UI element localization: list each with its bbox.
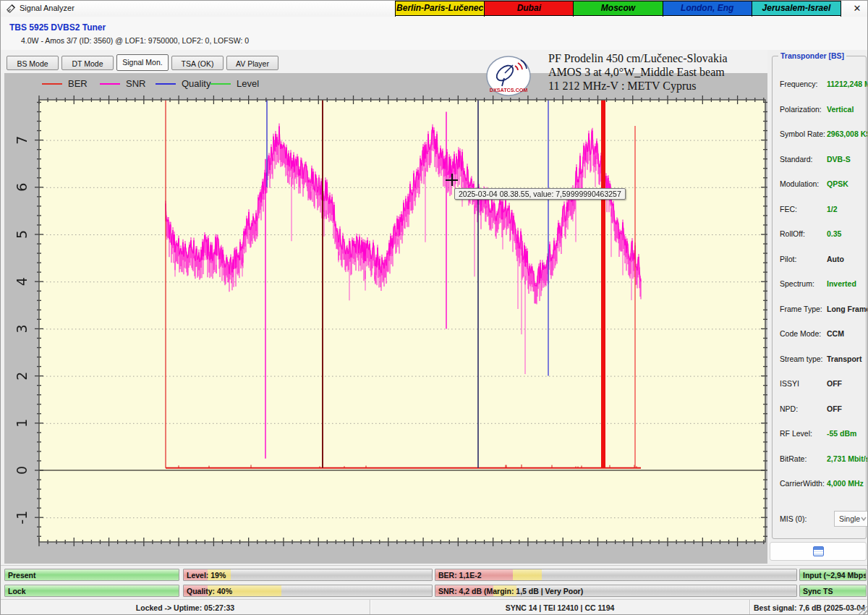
tab-av-player[interactable]: AV Player xyxy=(226,56,278,70)
window-title: Signal Analyzer xyxy=(20,4,75,12)
transponder-row-value: 2963,008 KS/s xyxy=(827,130,868,138)
transponder-row-label: Standard: xyxy=(780,155,813,164)
clock-city-name: Berlin-Paris-Lučenec xyxy=(396,1,485,15)
signal-analyzer-window: Signal Analyzer ✕ Berlin-Paris-LučenecDu… xyxy=(0,0,868,615)
transponder-row: NPD:OFF xyxy=(780,404,863,415)
legend-label: Level xyxy=(237,78,259,89)
clock-city-name: Moscow xyxy=(574,1,663,15)
legend-swatch xyxy=(42,83,62,85)
quality-bar: Quality: 40% xyxy=(183,585,433,597)
transponder-row-label: Polarization: xyxy=(780,105,822,114)
transponder-row-value: Auto xyxy=(827,255,844,263)
close-button[interactable]: ✕ xyxy=(848,2,866,15)
transponder-row-value: CCM xyxy=(827,329,844,338)
transponder-groupbox: Transponder [BS] Frequency:11212,248 MHz… xyxy=(772,56,867,539)
transponder-row-value: 11212,248 MHz xyxy=(827,80,868,88)
clock-city-name: Dubai xyxy=(485,1,574,15)
transponder-row: RF Level:-55 dBm xyxy=(780,429,863,439)
transponder-row: Spectrum:Inverted xyxy=(780,279,863,289)
chevron-down-icon xyxy=(861,517,867,521)
legend-item-snr: SNR xyxy=(100,73,154,95)
transponder-row-label: Frame Type: xyxy=(780,305,822,313)
transponder-row-label: CarrierWidth: xyxy=(780,479,825,488)
transponder-row-value: DVB-S xyxy=(827,155,851,164)
present-indicator-label: Present xyxy=(8,571,36,580)
transponder-row-value: Vertical xyxy=(827,105,854,114)
transponder-row-label: RollOff: xyxy=(780,229,805,238)
transponder-row: Stream type:Transport xyxy=(780,355,863,365)
tab-signal-mon-[interactable]: Signal Mon. xyxy=(116,54,169,71)
lock-indicator: Lock xyxy=(4,585,179,597)
ber-bar-label: BER: 1,1E-2 xyxy=(438,571,482,580)
transponder-row-value: 0.35 xyxy=(827,229,841,238)
transponder-row-value: OFF xyxy=(827,404,842,413)
dxsatcs-logo: DXSATCS.COM xyxy=(486,56,531,96)
legend-swatch xyxy=(210,83,231,85)
resize-grip[interactable] xyxy=(859,606,867,615)
transponder-row: CarrierWidth:4,000 MHz xyxy=(780,479,863,489)
legend-item-quality: Quality xyxy=(156,73,210,95)
tuner-details: 4.0W - Amos 3/7 (ID: 3560) @ LOF1: 97500… xyxy=(21,36,249,45)
mis-label: MIS (0): xyxy=(780,514,807,523)
caption-line-2: AMOS 3 at 4,0°W_Middle East beam xyxy=(548,65,780,79)
status-lock-uptime: Locked -> Uptime: 05:27:33 xyxy=(1,600,370,615)
transponder-row-label: Stream type: xyxy=(780,355,823,363)
mis-value: Single xyxy=(839,514,860,523)
tab-tsa-ok-[interactable]: TSA (OK) xyxy=(171,56,224,70)
input-indicator: Input (~2,94 Mbps) xyxy=(799,569,867,581)
transponder-row-label: BitRate: xyxy=(780,454,807,463)
transponder-row: Code Mode:CCM xyxy=(780,329,863,339)
tuner-name: TBS 5925 DVBS2 Tuner xyxy=(9,22,106,33)
legend-label: BER xyxy=(68,78,88,89)
sync-ts-indicator: Sync TS xyxy=(799,585,867,597)
transponder-row-label: NPD: xyxy=(780,404,798,413)
clock-city-name: Jerusalem-Israel xyxy=(752,1,841,15)
transponder-row-label: Frequency: xyxy=(780,80,818,88)
transponder-row-label: ISSYI xyxy=(780,379,799,388)
status-bar: Locked -> Uptime: 05:27:33 SYNC 14 | TEI… xyxy=(1,599,868,615)
transponder-row-value: Inverted xyxy=(827,279,856,288)
snr-bar-label: SNR: 4,2 dB (Margin: 1,5 dB | Very Poor) xyxy=(438,587,583,595)
transponder-row: FEC:1/2 xyxy=(780,205,863,215)
transponder-row-value: QPSK xyxy=(827,179,848,188)
level-bar: Level: 19% xyxy=(183,569,433,581)
stream-capture-button[interactable] xyxy=(770,542,867,561)
snr-bar: SNR: 4,2 dB (Margin: 1,5 dB | Very Poor) xyxy=(435,585,797,597)
feed-caption: PF Prodelin 450 cm/Lučenec-Slovakia AMOS… xyxy=(548,51,780,93)
transponder-row-label: Pilot: xyxy=(780,255,796,263)
legend-item-ber: BER xyxy=(42,73,96,95)
crosshair-cursor xyxy=(446,174,458,186)
clock-city-name: London, Eng xyxy=(663,1,752,15)
transponder-row-label: RF Level: xyxy=(780,429,812,438)
mis-dropdown[interactable]: Single xyxy=(834,511,868,527)
tab-dt-mode[interactable]: DT Mode xyxy=(61,56,114,70)
transponder-row: Frame Type:Long Frame xyxy=(780,305,863,315)
quality-bar-label: Quality: 40% xyxy=(187,587,232,595)
transponder-row: Polarization:Vertical xyxy=(780,105,863,115)
transponder-row-value: 4,000 MHz xyxy=(827,479,864,488)
logo-text: DXSATCS.COM xyxy=(490,87,528,93)
legend-swatch xyxy=(100,83,120,85)
input-indicator-label: Input (~2,94 Mbps) xyxy=(803,571,867,580)
indicator-bars: PresentLevel: 19%BER: 1,1E-2Input (~2,94… xyxy=(1,565,868,600)
transponder-row-value: OFF xyxy=(827,379,842,388)
transponder-row-label: Modulation: xyxy=(780,179,819,188)
transponder-row: Pilot:Auto xyxy=(780,255,863,265)
transponder-title: Transponder [BS] xyxy=(778,51,846,60)
transponder-row-label: Spectrum: xyxy=(780,279,814,288)
transponder-row-value: Transport xyxy=(827,355,861,363)
signal-chart-canvas[interactable] xyxy=(4,95,767,564)
legend-item-level: Level xyxy=(210,73,265,95)
status-sync-counters: SYNC 14 | TEI 12410 | CC 1194 xyxy=(370,600,749,615)
transponder-row: Modulation:QPSK xyxy=(780,179,863,190)
status-best-signal: Best signal: 7,6 dB (2025-03-04 08:38) xyxy=(750,600,868,615)
tab-bs-mode[interactable]: BS Mode xyxy=(7,56,59,70)
present-indicator: Present xyxy=(4,569,179,581)
transponder-row-value: 2,731 Mbit/s xyxy=(827,454,868,463)
caption-line-1: PF Prodelin 450 cm/Lučenec-Slovakia xyxy=(548,51,780,65)
transponder-row-label: Symbol Rate: xyxy=(780,130,825,138)
lock-indicator-label: Lock xyxy=(8,587,26,595)
mis-row: MIS (0): Single xyxy=(780,514,863,525)
ber-bar: BER: 1,1E-2 xyxy=(435,569,797,581)
caption-line-3: 11 212 MHz-V : METV Cyprus xyxy=(548,79,780,93)
